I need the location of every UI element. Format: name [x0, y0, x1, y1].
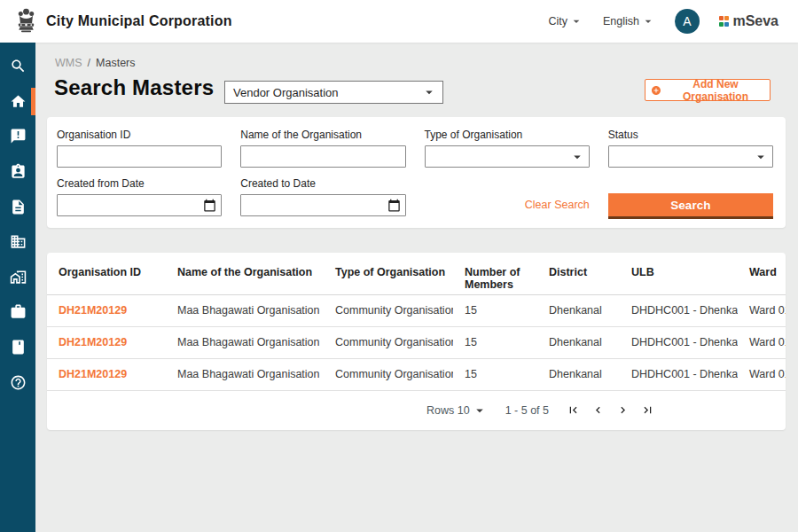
rows-per-page-select[interactable]: Rows 10 — [426, 403, 488, 419]
search-form-row-2: Created from Date Created to Date — [57, 177, 773, 216]
search-panel: Organisation ID Name of the Organisation… — [47, 117, 786, 228]
created-from-date-label: Created from Date — [57, 177, 222, 190]
sidebar-item-complaints[interactable] — [0, 119, 35, 154]
calendar-icon[interactable] — [203, 199, 216, 212]
page-title: Search Masters — [54, 75, 214, 100]
user-avatar[interactable]: A — [675, 9, 700, 34]
app-title: City Municipal Corporation — [46, 13, 232, 29]
created-to-date-field: Created to Date — [240, 177, 405, 216]
cell-members: 15 — [453, 326, 537, 358]
sidebar-item-assignments[interactable] — [0, 154, 35, 190]
search-icon — [10, 58, 27, 74]
mseva-dots-icon — [719, 16, 730, 27]
sidebar-item-help[interactable] — [0, 364, 35, 400]
chevron-down-icon — [753, 149, 769, 165]
master-type-select[interactable]: Vendor Organisation — [224, 81, 443, 104]
calendar-icon[interactable] — [387, 199, 401, 212]
status-select[interactable] — [608, 145, 773, 168]
add-new-organisation-button[interactable]: Add New Organisation — [645, 79, 771, 101]
column-header: Ward — [738, 253, 786, 294]
results-table: Organisation ID Name of the Organisation… — [47, 253, 786, 391]
national-emblem-icon — [15, 8, 37, 35]
sidebar-item-reports[interactable] — [0, 330, 35, 365]
status-label: Status — [608, 129, 773, 141]
chevron-down-icon — [569, 14, 583, 28]
cell-members: 15 — [453, 294, 537, 326]
clear-search-link[interactable]: Clear Search — [525, 199, 590, 211]
column-header: ULB — [620, 253, 738, 294]
table-row: DH21M20129 Maa Bhagawati Organisation Co… — [47, 358, 786, 390]
breadcrumb-wms[interactable]: WMS — [55, 57, 82, 69]
organisation-name-label: Name of the Organisation — [240, 129, 405, 141]
city-selector[interactable]: City — [548, 14, 583, 28]
sidebar-item-work[interactable] — [0, 294, 35, 330]
chevron-down-icon — [472, 403, 488, 419]
organisation-name-input[interactable] — [240, 145, 405, 168]
mseva-logo: mSeva — [719, 13, 778, 29]
created-from-date-input[interactable] — [57, 194, 222, 216]
results-table-card: Organisation ID Name of the Organisation… — [47, 253, 786, 430]
search-button-wrap: Search — [608, 177, 773, 216]
cell-ulb: DHDHC001 - Dhenkanal — [620, 358, 738, 390]
header-right: City English A mSeva — [548, 9, 778, 34]
search-button[interactable]: Search — [608, 193, 773, 216]
organisation-type-field: Type of Organisation — [425, 129, 590, 168]
cell-district: Dhenkanal — [537, 294, 620, 326]
language-selector[interactable]: English — [603, 14, 655, 28]
cell-district: Dhenkanal — [537, 326, 620, 358]
sidebar-item-documents[interactable] — [0, 189, 35, 224]
last-page-icon[interactable] — [641, 403, 654, 417]
organisation-type-label: Type of Organisation — [425, 129, 590, 141]
chevron-down-icon — [641, 14, 655, 28]
pagination-range: 1 - 5 of 5 — [505, 404, 549, 417]
help-icon — [10, 374, 27, 391]
document-icon — [10, 199, 27, 215]
cell-ward: Ward 01 — [738, 294, 786, 326]
organisation-id-link[interactable]: DH21M20129 — [47, 326, 166, 358]
organisation-id-input[interactable] — [57, 145, 222, 168]
cell-ward: Ward 01 — [738, 326, 786, 358]
breadcrumb: WMS/Masters — [55, 57, 136, 69]
search-form-row-1: Organisation ID Name of the Organisation… — [57, 129, 773, 168]
clear-search-wrap: Clear Search — [425, 177, 590, 216]
active-indicator — [31, 88, 35, 115]
add-new-organisation-label: Add New Organisation — [667, 78, 764, 103]
assignment-icon — [10, 163, 27, 180]
sidebar — [0, 43, 35, 532]
first-page-icon[interactable] — [567, 403, 580, 417]
organisation-id-link[interactable]: DH21M20129 — [47, 358, 166, 390]
cell-members: 15 — [453, 358, 537, 390]
created-to-date-input[interactable] — [240, 194, 405, 216]
breadcrumb-masters: Masters — [96, 57, 135, 69]
sidebar-item-search[interactable] — [0, 49, 35, 84]
organisation-id-link[interactable]: DH21M20129 — [47, 294, 166, 326]
sidebar-item-business[interactable] — [0, 224, 35, 260]
briefcase-icon — [10, 303, 27, 320]
header-brand-left: City Municipal Corporation — [15, 8, 232, 35]
previous-page-icon[interactable] — [591, 403, 605, 417]
table-row: DH21M20129 Maa Bhagawati Organisation Co… — [47, 294, 786, 326]
status-field: Status — [608, 129, 773, 168]
announcement-icon — [10, 128, 27, 145]
next-page-icon[interactable] — [616, 403, 630, 417]
organisation-id-field: Organisation ID — [57, 129, 222, 168]
cell-name: Maa Bhagawati Organisation — [166, 294, 324, 326]
book-icon — [10, 339, 27, 356]
home-icon — [10, 93, 27, 110]
cell-ulb: DHDHC001 - Dhenkanal — [620, 326, 738, 358]
cell-ulb: DHDHC001 - Dhenkanal — [620, 294, 738, 326]
top-header: City Municipal Corporation City English … — [0, 0, 798, 43]
chevron-down-icon — [569, 149, 585, 165]
column-header: Organisation ID — [47, 253, 166, 294]
sidebar-item-home[interactable] — [0, 84, 35, 120]
cell-type: Community Organisation — [324, 294, 453, 326]
add-circle-icon — [651, 84, 661, 97]
column-header: District — [537, 253, 620, 294]
organisation-type-select[interactable] — [425, 145, 590, 168]
cell-type: Community Organisation — [324, 358, 453, 390]
table-row: DH21M20129 Maa Bhagawati Organisation Co… — [47, 326, 786, 358]
sidebar-item-home-work[interactable] — [0, 260, 35, 295]
table-header-row: Organisation ID Name of the Organisation… — [47, 253, 786, 294]
main-content: WMS/Masters Search Masters Vendor Organi… — [35, 43, 798, 532]
pagination: Rows 10 1 - 5 of 5 — [47, 391, 786, 430]
